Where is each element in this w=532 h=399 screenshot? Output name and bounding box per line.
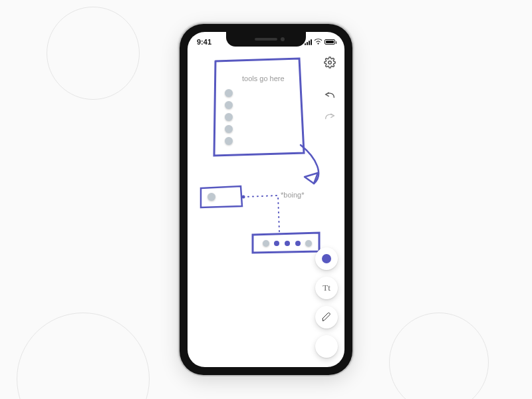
bg-circle-decor xyxy=(47,7,140,100)
svg-point-7 xyxy=(242,196,245,199)
phone-frame: 9:41 xyxy=(180,24,352,375)
svg-point-2 xyxy=(225,101,233,109)
svg-point-1 xyxy=(225,89,233,97)
color-swatch-icon xyxy=(322,254,331,263)
bg-circle-decor xyxy=(389,313,489,399)
text-tool-button[interactable]: Tt xyxy=(315,277,338,299)
pen-icon xyxy=(321,312,332,323)
svg-point-8 xyxy=(263,240,269,247)
color-tool-button[interactable] xyxy=(315,247,338,270)
battery-icon xyxy=(325,39,335,45)
canvas-annotation-boing: *boing* xyxy=(281,191,304,199)
svg-point-11 xyxy=(295,241,301,246)
svg-point-4 xyxy=(225,125,233,133)
svg-point-10 xyxy=(285,241,290,246)
bg-circle-decor xyxy=(17,313,150,399)
signal-icon xyxy=(305,39,312,45)
extra-tool-button[interactable] xyxy=(315,335,338,358)
pen-tool-button[interactable] xyxy=(315,306,338,329)
text-tool-label: Tt xyxy=(323,283,331,293)
phone-notch xyxy=(226,32,306,47)
status-icons xyxy=(305,39,335,45)
svg-point-5 xyxy=(225,137,233,145)
svg-point-3 xyxy=(225,113,233,121)
canvas-annotation-tools: tools go here xyxy=(242,74,285,82)
svg-point-6 xyxy=(207,193,215,201)
status-time: 9:41 xyxy=(197,38,211,46)
app-screen: 9:41 xyxy=(188,32,344,367)
svg-point-12 xyxy=(305,240,312,247)
wifi-icon xyxy=(314,39,323,45)
svg-point-9 xyxy=(274,241,279,246)
